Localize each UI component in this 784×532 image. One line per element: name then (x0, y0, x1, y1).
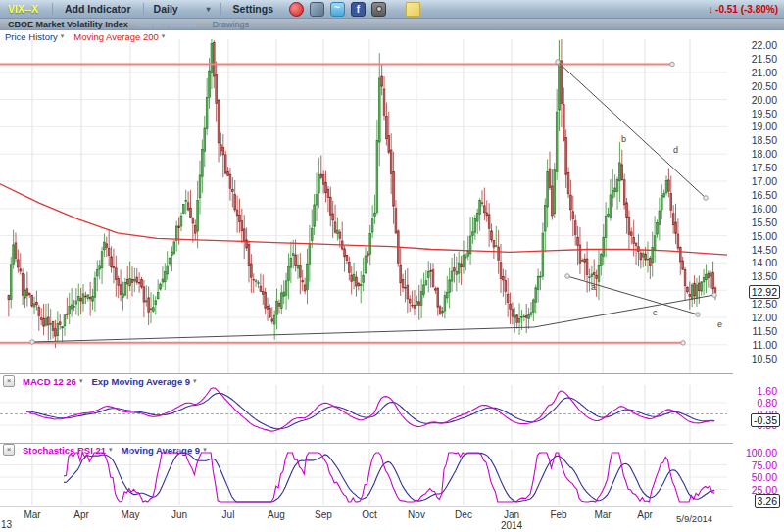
price-tick-label: 22.00 (752, 39, 777, 51)
macd-value-box: -0.35 (751, 413, 780, 427)
month-label-mar: Mar (16, 509, 49, 520)
month-label-jan: Jan (495, 509, 528, 520)
stoch-tick-label: 100.00 (746, 447, 777, 459)
year-start-label: 13 (1, 519, 12, 530)
price-tick-label: 20.00 (752, 94, 777, 106)
month-label-nov: Nov (400, 509, 433, 520)
chevron-down-icon: ▾ (207, 5, 211, 14)
settings-button[interactable]: Settings (233, 3, 273, 15)
toolbar-divider (143, 3, 144, 15)
camera-icon[interactable] (371, 2, 386, 17)
month-label-apr: Apr (628, 509, 662, 520)
month-label-mar: Mar (586, 509, 619, 520)
price-tick-label: 19.50 (752, 108, 777, 120)
month-label-sep: Sep (307, 509, 340, 520)
last-date-label: 5/9/2014 (676, 513, 712, 524)
price-tick-label: 16.50 (752, 189, 777, 201)
stoch-tick-label: 75.00 (752, 459, 777, 471)
price-tick-label: 20.50 (752, 80, 777, 92)
quote-change: ↓ -0.51 (-3.80%) (709, 3, 778, 15)
price-tick-label: 15.50 (752, 217, 777, 228)
price-tick-label: 18.00 (752, 148, 777, 160)
price-tick-label: 12.00 (752, 312, 777, 323)
year-label: 2014 (495, 520, 528, 531)
toolbar: VIX--X Add Indicator Daily ▾ Settings f … (0, 0, 784, 19)
drawings-link[interactable]: Drawings (212, 20, 249, 29)
month-label-aug: Aug (260, 509, 293, 520)
price-tick-label: 21.00 (752, 67, 777, 78)
toolbar-divider (220, 3, 221, 15)
toolbar-icons: f (289, 2, 420, 17)
month-label-oct: Oct (353, 509, 386, 520)
price-tick-label: 13.50 (752, 270, 777, 282)
annotation-letter-c: c (653, 308, 658, 317)
alarm-icon[interactable] (289, 2, 304, 17)
down-arrow-icon: ↓ (709, 3, 714, 15)
charting-app: VIX--X Add Indicator Daily ▾ Settings f … (0, 0, 784, 532)
macd-tick-label: 0.80 (758, 397, 777, 409)
period-select[interactable]: Daily ▾ (154, 3, 211, 15)
macd-tick-label: 1.60 (758, 385, 777, 397)
stoch-value-box: 3.26 (755, 494, 780, 508)
month-label-jun: Jun (163, 509, 196, 520)
month-label-may: May (114, 509, 147, 520)
month-label-dec: Dec (447, 509, 480, 520)
price-tick-label: 14.00 (752, 257, 777, 268)
panel-separator (0, 373, 733, 374)
stoch-chart-canvas[interactable] (0, 449, 727, 505)
last-price-box: 12.92 (749, 285, 780, 299)
price-tick-label: 10.50 (752, 353, 777, 364)
price-tick-label: 16.00 (752, 203, 777, 215)
annotation-letter-e: e (717, 319, 722, 329)
symbol-label[interactable]: VIX--X (8, 3, 38, 15)
annotation-letter-a: a (591, 282, 596, 292)
price-tick-label: 14.50 (752, 244, 777, 256)
add-indicator-button[interactable]: Add Indicator (65, 3, 131, 15)
price-tick-label: 18.50 (752, 134, 777, 146)
period-select-value: Daily (154, 3, 178, 15)
annotation-letter-d: d (673, 145, 678, 155)
price-tick-label: 12.50 (752, 298, 777, 310)
price-tick-label: 15.00 (752, 230, 777, 242)
price-tick-label: 19.00 (752, 121, 777, 132)
price-axis[interactable]: 22.0021.5021.0020.5020.0019.5019.0018.50… (729, 39, 784, 373)
stoch-tick-label: 50.00 (752, 471, 777, 483)
chevron-down-icon: ▾ (193, 377, 197, 385)
time-axis: 13 5/9/2014 MarAprMayJunJulAugSepOctNovD… (0, 506, 784, 532)
price-tick-label: 11.50 (753, 325, 778, 337)
price-tick-label: 21.50 (752, 53, 777, 65)
macd-chart-canvas[interactable] (0, 385, 727, 443)
quote-change-value: -0.51 (-3.80%) (715, 4, 778, 15)
price-tick-label: 11.00 (753, 339, 778, 351)
chevron-down-icon: ▾ (79, 377, 83, 385)
add-to-portfolio-link[interactable]: Add to Portfolio (136, 20, 197, 29)
month-label-jul: Jul (212, 509, 245, 520)
instrument-name: CBOE Market Volatility Index (8, 20, 128, 29)
month-label-apr: Apr (65, 509, 98, 520)
price-tick-label: 17.00 (752, 175, 777, 187)
subbar: CBOE Market Volatility Index Add to Port… (0, 19, 784, 30)
cube-icon[interactable] (310, 2, 324, 17)
month-label-feb: Feb (542, 509, 575, 520)
twitter-icon[interactable] (330, 2, 345, 17)
stoch-axis[interactable]: 100.0075.0050.0025.003.26 (729, 449, 784, 505)
facebook-icon[interactable]: f (351, 2, 366, 17)
macd-axis[interactable]: 1.600.800.00-0.80-0.35 (729, 385, 784, 443)
price-chart-canvas[interactable]: abcde (0, 39, 727, 373)
price-tick-label: 17.50 (752, 162, 777, 173)
sticky-note-icon[interactable] (406, 2, 420, 17)
annotation-letter-b: b (621, 134, 626, 144)
toolbar-divider (52, 3, 53, 15)
